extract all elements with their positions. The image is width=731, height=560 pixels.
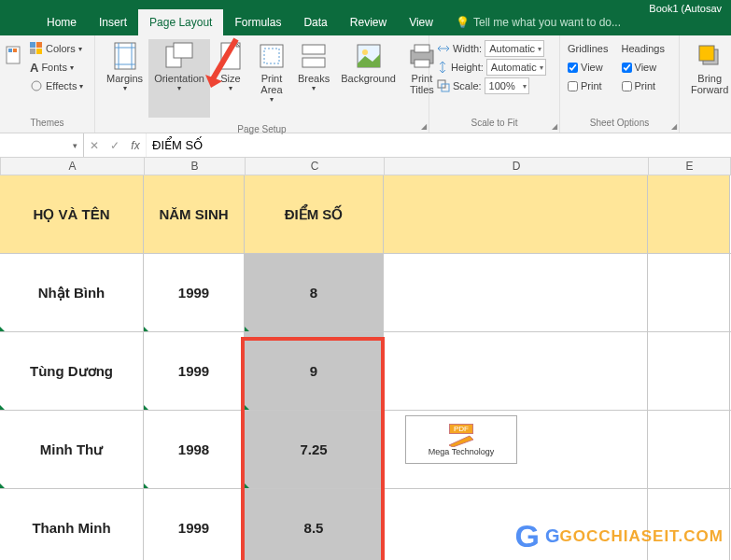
pen-icon bbox=[447, 434, 475, 447]
pdf-badge: PDF bbox=[449, 424, 473, 434]
cell[interactable]: 8.5 bbox=[245, 489, 384, 560]
headings-print[interactable]: Print bbox=[620, 77, 674, 95]
tab-data[interactable]: Data bbox=[292, 9, 338, 35]
cell[interactable] bbox=[384, 175, 648, 253]
svg-rect-23 bbox=[415, 45, 429, 52]
tell-me[interactable]: 💡Tell me what you want to do... bbox=[444, 9, 632, 35]
orientation-btn[interactable]: Orientation▾ bbox=[148, 39, 210, 118]
print-area-btn[interactable]: Print Area▾ bbox=[251, 39, 292, 118]
colors-btn[interactable]: Colors ▾ bbox=[28, 39, 85, 58]
cell[interactable] bbox=[384, 332, 648, 410]
tab-home[interactable]: Home bbox=[35, 9, 88, 35]
bulb-icon: 💡 bbox=[456, 16, 470, 29]
svg-rect-3 bbox=[30, 42, 35, 48]
svg-rect-18 bbox=[302, 45, 325, 54]
cell[interactable]: 1998 bbox=[144, 411, 245, 488]
themes-btn[interactable] bbox=[6, 39, 24, 69]
scale-label: Scale to Fit bbox=[429, 115, 559, 131]
svg-rect-4 bbox=[36, 42, 42, 48]
page-setup-launcher[interactable]: ◢ bbox=[421, 122, 427, 131]
gridlines-label: Gridlines bbox=[566, 39, 620, 58]
mega-text: Mega Technology bbox=[429, 447, 494, 456]
worksheet[interactable]: A B C D E HỌ VÀ TÊNNĂM SINHĐIỂM SỐNhật B… bbox=[0, 158, 731, 560]
scale-control[interactable]: Scale: 100% bbox=[435, 77, 548, 95]
headings-label: Headings bbox=[620, 39, 674, 58]
svg-rect-19 bbox=[302, 58, 325, 67]
table-row[interactable]: Nhật Bình19998 bbox=[0, 254, 731, 332]
cancel-formula[interactable]: ✕ bbox=[84, 139, 105, 152]
size-btn[interactable]: Size▾ bbox=[210, 39, 251, 118]
bring-forward-btn[interactable]: Bring Forward bbox=[685, 39, 731, 118]
col-header-c[interactable]: C bbox=[246, 158, 385, 175]
accept-formula[interactable]: ✓ bbox=[105, 139, 125, 152]
breaks-btn[interactable]: Breaks▾ bbox=[292, 39, 335, 118]
cell[interactable]: 1999 bbox=[144, 489, 245, 560]
svg-rect-28 bbox=[699, 46, 714, 61]
effects-btn[interactable]: Effects ▾ bbox=[28, 77, 85, 95]
gridlines-view[interactable]: View bbox=[566, 58, 620, 77]
sheet-launcher[interactable]: ◢ bbox=[671, 122, 677, 131]
cell[interactable]: HỌ VÀ TÊN bbox=[0, 175, 144, 253]
cell[interactable]: 7.25 bbox=[245, 411, 384, 488]
sheet-options-label: Sheet Options bbox=[560, 115, 679, 131]
tab-review[interactable]: Review bbox=[339, 9, 398, 35]
svg-rect-6 bbox=[36, 49, 42, 54]
ribbon-tabs: Home Insert Page Layout Formulas Data Re… bbox=[0, 9, 731, 35]
tab-page-layout[interactable]: Page Layout bbox=[138, 9, 223, 35]
tab-formulas[interactable]: Formulas bbox=[223, 9, 292, 35]
height-control[interactable]: Height: Automatic bbox=[435, 58, 548, 77]
cell[interactable] bbox=[648, 411, 730, 488]
scale-launcher[interactable]: ◢ bbox=[552, 122, 557, 131]
table-row[interactable]: Minh Thư19987.25 bbox=[0, 411, 731, 489]
height-icon bbox=[437, 61, 448, 74]
width-icon bbox=[437, 43, 450, 54]
scale-icon bbox=[437, 79, 450, 92]
svg-rect-2 bbox=[13, 49, 17, 52]
cell[interactable]: Minh Thư bbox=[0, 411, 144, 488]
svg-rect-8 bbox=[115, 43, 135, 69]
ribbon: Colors ▾ AFonts ▾ Effects ▾ Themes Margi… bbox=[0, 35, 731, 133]
cell[interactable]: 1999 bbox=[144, 254, 245, 331]
embedded-image[interactable]: PDF Mega Technology bbox=[405, 415, 517, 464]
tab-insert[interactable]: Insert bbox=[88, 9, 138, 35]
col-header-b[interactable]: B bbox=[145, 158, 246, 175]
svg-rect-24 bbox=[415, 60, 429, 67]
cell[interactable]: Thanh Minh bbox=[0, 489, 144, 560]
svg-point-21 bbox=[362, 49, 368, 55]
svg-point-7 bbox=[32, 81, 41, 91]
page-setup-label: Page Setup bbox=[95, 121, 429, 137]
cell[interactable]: 9 bbox=[245, 332, 384, 410]
background-btn[interactable]: Background bbox=[335, 39, 401, 118]
headings-view[interactable]: View bbox=[620, 58, 674, 77]
cell[interactable] bbox=[384, 254, 648, 331]
col-header-e[interactable]: E bbox=[649, 158, 731, 175]
width-control[interactable]: Width: Automatic bbox=[435, 39, 548, 58]
svg-rect-14 bbox=[174, 43, 192, 58]
title: Book1 (Autosav bbox=[643, 0, 727, 17]
cell[interactable]: 1999 bbox=[144, 332, 245, 410]
themes-label: Themes bbox=[0, 115, 94, 131]
cell[interactable]: 8 bbox=[245, 254, 384, 331]
cell[interactable]: NĂM SINH bbox=[144, 175, 245, 253]
fonts-btn[interactable]: AFonts ▾ bbox=[28, 58, 85, 77]
cell[interactable]: ĐIỂM SỐ bbox=[245, 175, 384, 253]
col-header-d[interactable]: D bbox=[385, 158, 649, 175]
gridlines-print[interactable]: Print bbox=[566, 77, 620, 95]
name-box[interactable]: ▾ bbox=[0, 133, 84, 157]
table-row[interactable]: Tùng Dương19999 bbox=[0, 332, 731, 411]
cell[interactable] bbox=[648, 332, 730, 410]
svg-rect-1 bbox=[8, 49, 12, 52]
cell[interactable] bbox=[648, 254, 730, 331]
fx-icon[interactable]: fx bbox=[125, 139, 146, 152]
svg-rect-5 bbox=[30, 49, 35, 54]
col-header-a[interactable]: A bbox=[1, 158, 145, 175]
cell[interactable]: Tùng Dương bbox=[0, 332, 144, 410]
cell[interactable] bbox=[648, 175, 730, 253]
tab-view[interactable]: View bbox=[398, 9, 444, 35]
cell[interactable]: Nhật Bình bbox=[0, 254, 144, 331]
watermark: G GGOCCHIASEIT.COM bbox=[514, 518, 724, 554]
table-row[interactable]: HỌ VÀ TÊNNĂM SINHĐIỂM SỐ bbox=[0, 175, 731, 254]
margins-btn[interactable]: Margins▾ bbox=[101, 39, 148, 118]
